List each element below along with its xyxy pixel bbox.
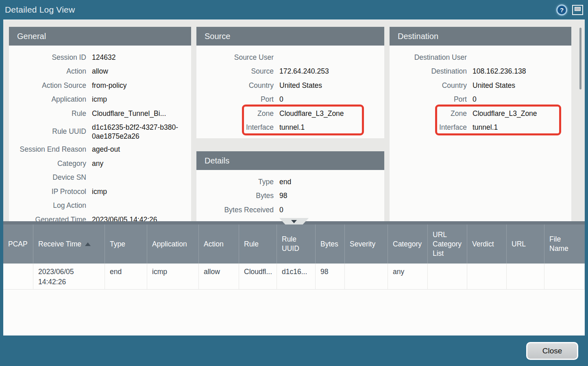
- field-label: Session End Reason: [9, 145, 92, 154]
- general-panel-body: Session ID 124632 Action allow Action So…: [9, 46, 191, 221]
- field-row-device-sn: Device SN: [9, 171, 191, 185]
- field-label: Generated Time: [9, 216, 92, 221]
- cell-rule: Cloudfl...: [239, 264, 277, 290]
- field-row-session-end-reason: Session End Reason aged-out: [9, 143, 191, 157]
- column-header-pcap[interactable]: PCAP: [3, 224, 33, 264]
- field-row-destination: Destination 108.162.236.138: [390, 65, 571, 79]
- cell-receive-time: 2023/06/05 14:42:26: [33, 264, 105, 290]
- field-row-action: Action allow: [9, 65, 191, 79]
- column-header-verdict[interactable]: Verdict: [467, 224, 507, 264]
- log-detail-panels: General Session ID 124632 Action allow A…: [3, 20, 585, 221]
- field-row-country: Country United States: [196, 78, 384, 93]
- field-label: IP Protocol: [9, 187, 92, 196]
- column-header-receive-time[interactable]: Receive Time: [33, 224, 105, 264]
- column-header-bytes[interactable]: Bytes: [316, 224, 345, 264]
- field-label: Log Action: [9, 201, 92, 210]
- field-value: Cloudflare_L3_Zone: [473, 109, 571, 118]
- field-value: 0: [279, 95, 384, 104]
- dialog-content: General Session ID 124632 Action allow A…: [3, 20, 585, 336]
- field-value: icmp: [92, 187, 191, 196]
- field-row-interface: Interface tunnel.1: [390, 121, 571, 135]
- column-header-category[interactable]: Category: [388, 224, 428, 264]
- cell-bytes: 98: [316, 264, 345, 290]
- middle-panel-column: Source Source User Source 172.64.240.253…: [196, 27, 384, 221]
- column-header-rule-uuid[interactable]: Rule UUID: [277, 224, 316, 264]
- field-value: aged-out: [92, 145, 191, 154]
- destination-panel: Destination Destination User Destination…: [390, 27, 571, 221]
- field-row-log-action: Log Action: [9, 199, 191, 213]
- details-panel-header: Details: [196, 151, 384, 170]
- log-table-row[interactable]: 2023/06/05 14:42:26 end icmp allow Cloud…: [3, 264, 585, 290]
- dialog-titlebar: Detailed Log View ?: [0, 0, 588, 20]
- maximize-window-icon[interactable]: [572, 5, 583, 15]
- maximize-window-icon-inner: [575, 7, 581, 11]
- field-label: Type: [196, 178, 279, 186]
- field-row-country: Country United States: [390, 78, 571, 93]
- field-row-port: Port 0: [390, 93, 571, 107]
- field-row-type: Type end: [196, 175, 384, 189]
- field-row-port: Port 0: [196, 93, 384, 107]
- panel-table-splitter[interactable]: [3, 221, 585, 224]
- field-value: d1c16235-b2f2-4327-b380-0ae1875e2a26: [92, 121, 191, 143]
- detailed-log-view-dialog: Detailed Log View ? General Session ID 1…: [0, 0, 588, 366]
- field-row-bytes: Bytes 98: [196, 189, 384, 203]
- cell-category: any: [388, 264, 428, 290]
- column-header-type[interactable]: Type: [105, 224, 147, 264]
- field-label: Application: [9, 95, 92, 104]
- field-label: Zone: [390, 109, 473, 118]
- column-header-application[interactable]: Application: [147, 224, 199, 264]
- column-header-file-name[interactable]: File Name: [544, 224, 585, 264]
- field-value: Cloudflare_Tunnel_Bi...: [92, 109, 191, 118]
- cell-severity: [345, 264, 388, 290]
- field-value: Cloudflare_L3_Zone: [279, 109, 384, 118]
- cell-rule-uuid: d1c16...: [277, 264, 316, 290]
- field-value: United States: [279, 81, 384, 90]
- destination-panel-header: Destination: [390, 27, 571, 46]
- chevron-down-icon[interactable]: [291, 220, 297, 223]
- field-label: Port: [390, 95, 473, 104]
- field-label: Action: [9, 67, 92, 76]
- field-value: 2023/06/05 14:42:26: [92, 216, 191, 221]
- cell-verdict: [467, 264, 507, 290]
- help-icon[interactable]: ?: [556, 4, 567, 15]
- log-table: PCAP Receive Time Type Application Actio…: [3, 224, 585, 336]
- field-label: Bytes Received: [196, 206, 279, 214]
- field-row-interface: Interface tunnel.1: [196, 121, 384, 135]
- cell-pcap: [3, 264, 33, 290]
- general-panel-header: General: [9, 27, 191, 46]
- destination-panel-body: Destination User Destination 108.162.236…: [390, 46, 571, 221]
- field-value: icmp: [92, 95, 191, 104]
- column-header-rule[interactable]: Rule: [239, 224, 277, 264]
- vertical-scrollbar[interactable]: [577, 27, 584, 221]
- field-row-rule: Rule Cloudflare_Tunnel_Bi...: [9, 107, 191, 121]
- field-value: allow: [92, 67, 191, 76]
- field-value: tunnel.1: [279, 123, 384, 132]
- help-glyph: ?: [560, 7, 564, 13]
- field-label: Rule UUID: [9, 127, 92, 136]
- column-header-severity[interactable]: Severity: [345, 224, 388, 264]
- field-row-category: Category any: [9, 157, 191, 171]
- field-value: 0: [473, 95, 571, 104]
- column-header-action[interactable]: Action: [199, 224, 239, 264]
- field-label: Source: [196, 67, 279, 76]
- cell-url: [507, 264, 544, 290]
- field-label: Country: [390, 81, 473, 90]
- vertical-scrollbar-thumb[interactable]: [579, 28, 581, 89]
- field-value: 0: [279, 206, 384, 214]
- field-value: 172.64.240.253: [279, 67, 384, 76]
- source-panel: Source Source User Source 172.64.240.253…: [196, 27, 384, 138]
- dialog-footer: Close: [0, 336, 588, 366]
- field-value: from-policy: [92, 81, 191, 90]
- close-button[interactable]: Close: [526, 342, 578, 360]
- field-label: Country: [196, 81, 279, 90]
- field-row-ip-protocol: IP Protocol icmp: [9, 185, 191, 199]
- field-label: Interface: [390, 123, 473, 132]
- field-value: end: [279, 178, 384, 186]
- column-header-url[interactable]: URL: [507, 224, 544, 264]
- field-label: Destination: [390, 67, 473, 76]
- destination-zone-interface-group: Zone Cloudflare_L3_Zone Interface tunnel…: [390, 107, 571, 135]
- column-header-url-category-list[interactable]: URL Category List: [428, 224, 467, 264]
- field-value: any: [92, 159, 191, 168]
- source-panel-body: Source User Source 172.64.240.253 Countr…: [196, 46, 384, 138]
- field-value: 108.162.236.138: [473, 67, 571, 76]
